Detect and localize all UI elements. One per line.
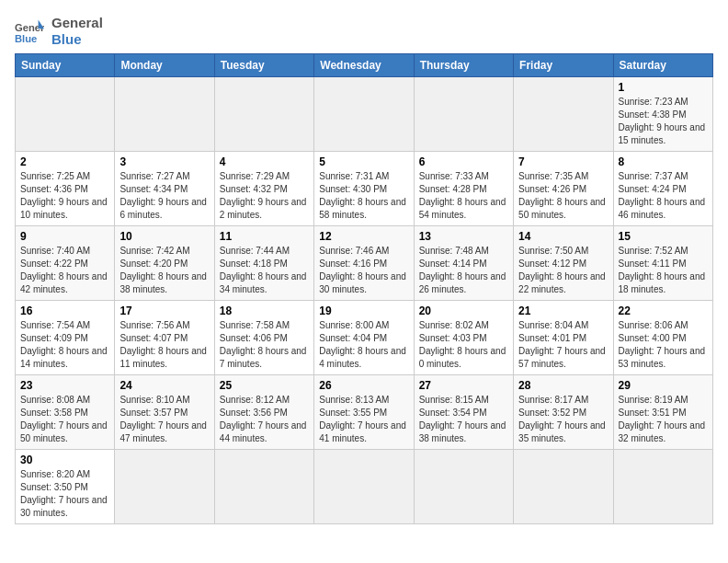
day-info: Sunrise: 8:17 AM Sunset: 3:52 PM Dayligh… xyxy=(518,394,608,445)
calendar-week-row: 16Sunrise: 7:54 AM Sunset: 4:09 PM Dayli… xyxy=(16,301,713,375)
calendar-cell: 27Sunrise: 8:15 AM Sunset: 3:54 PM Dayli… xyxy=(414,375,513,450)
day-info: Sunrise: 7:52 AM Sunset: 4:11 PM Dayligh… xyxy=(619,245,708,296)
calendar-cell xyxy=(214,450,313,524)
day-number: 7 xyxy=(518,155,608,168)
day-info: Sunrise: 7:50 AM Sunset: 4:12 PM Dayligh… xyxy=(518,245,608,296)
calendar-cell xyxy=(214,77,313,152)
day-number: 20 xyxy=(419,304,508,317)
day-info: Sunrise: 7:31 AM Sunset: 4:30 PM Dayligh… xyxy=(319,170,408,222)
calendar-week-row: 30Sunrise: 8:20 AM Sunset: 3:50 PM Dayli… xyxy=(16,450,713,524)
day-info: Sunrise: 8:08 AM Sunset: 3:58 PM Dayligh… xyxy=(20,394,109,445)
weekday-header-tuesday: Tuesday xyxy=(214,54,313,77)
weekday-header-sunday: Sunday xyxy=(16,54,115,77)
logo-icon: General Blue xyxy=(15,18,44,44)
logo: General Blue General Blue xyxy=(15,15,103,48)
day-number: 10 xyxy=(119,230,209,243)
day-number: 27 xyxy=(419,379,508,392)
calendar-cell: 16Sunrise: 7:54 AM Sunset: 4:09 PM Dayli… xyxy=(16,301,115,375)
calendar-cell xyxy=(414,77,513,152)
calendar-cell: 10Sunrise: 7:42 AM Sunset: 4:20 PM Dayli… xyxy=(115,226,214,301)
calendar-cell: 21Sunrise: 8:04 AM Sunset: 4:01 PM Dayli… xyxy=(514,301,613,375)
calendar-cell: 30Sunrise: 8:20 AM Sunset: 3:50 PM Dayli… xyxy=(16,450,115,524)
day-number: 9 xyxy=(20,230,109,243)
calendar-cell: 4Sunrise: 7:29 AM Sunset: 4:32 PM Daylig… xyxy=(214,152,313,226)
day-number: 13 xyxy=(419,230,508,243)
calendar-cell: 28Sunrise: 8:17 AM Sunset: 3:52 PM Dayli… xyxy=(514,375,613,450)
calendar-cell: 12Sunrise: 7:46 AM Sunset: 4:16 PM Dayli… xyxy=(314,226,414,301)
day-info: Sunrise: 7:29 AM Sunset: 4:32 PM Dayligh… xyxy=(220,170,309,222)
calendar-cell: 23Sunrise: 8:08 AM Sunset: 3:58 PM Dayli… xyxy=(16,375,115,450)
calendar-cell xyxy=(314,77,414,152)
calendar-cell: 14Sunrise: 7:50 AM Sunset: 4:12 PM Dayli… xyxy=(514,226,613,301)
calendar-cell xyxy=(115,450,214,524)
calendar-cell xyxy=(514,77,613,152)
calendar-cell: 1Sunrise: 7:23 AM Sunset: 4:38 PM Daylig… xyxy=(613,77,712,152)
day-number: 4 xyxy=(220,155,309,168)
calendar-cell: 15Sunrise: 7:52 AM Sunset: 4:11 PM Dayli… xyxy=(613,226,712,301)
day-number: 2 xyxy=(20,155,109,168)
day-number: 25 xyxy=(220,379,309,392)
day-info: Sunrise: 7:46 AM Sunset: 4:16 PM Dayligh… xyxy=(319,245,408,296)
day-info: Sunrise: 8:00 AM Sunset: 4:04 PM Dayligh… xyxy=(319,319,408,371)
calendar-cell: 24Sunrise: 8:10 AM Sunset: 3:57 PM Dayli… xyxy=(115,375,214,450)
day-number: 11 xyxy=(220,230,309,243)
day-number: 1 xyxy=(619,81,708,94)
day-number: 29 xyxy=(619,379,708,392)
calendar-cell: 11Sunrise: 7:44 AM Sunset: 4:18 PM Dayli… xyxy=(214,226,313,301)
day-info: Sunrise: 7:37 AM Sunset: 4:24 PM Dayligh… xyxy=(619,170,708,222)
weekday-header-monday: Monday xyxy=(115,54,214,77)
calendar-cell xyxy=(613,450,712,524)
day-info: Sunrise: 8:02 AM Sunset: 4:03 PM Dayligh… xyxy=(419,319,508,371)
day-info: Sunrise: 7:25 AM Sunset: 4:36 PM Dayligh… xyxy=(20,170,109,222)
calendar-header-row: SundayMondayTuesdayWednesdayThursdayFrid… xyxy=(16,54,713,77)
day-number: 30 xyxy=(20,454,109,466)
calendar-cell: 3Sunrise: 7:27 AM Sunset: 4:34 PM Daylig… xyxy=(115,152,214,226)
day-info: Sunrise: 7:23 AM Sunset: 4:38 PM Dayligh… xyxy=(619,96,708,147)
calendar-cell: 19Sunrise: 8:00 AM Sunset: 4:04 PM Dayli… xyxy=(314,301,414,375)
day-info: Sunrise: 7:44 AM Sunset: 4:18 PM Dayligh… xyxy=(220,245,309,296)
calendar-cell: 8Sunrise: 7:37 AM Sunset: 4:24 PM Daylig… xyxy=(613,152,712,226)
day-info: Sunrise: 7:58 AM Sunset: 4:06 PM Dayligh… xyxy=(220,319,309,371)
calendar-week-row: 1Sunrise: 7:23 AM Sunset: 4:38 PM Daylig… xyxy=(16,77,713,152)
calendar-cell xyxy=(414,450,513,524)
calendar-cell: 7Sunrise: 7:35 AM Sunset: 4:26 PM Daylig… xyxy=(514,152,613,226)
day-number: 14 xyxy=(518,230,608,243)
day-info: Sunrise: 8:13 AM Sunset: 3:55 PM Dayligh… xyxy=(319,394,408,445)
day-number: 18 xyxy=(220,304,309,317)
day-info: Sunrise: 8:10 AM Sunset: 3:57 PM Dayligh… xyxy=(119,394,209,445)
weekday-header-wednesday: Wednesday xyxy=(314,54,414,77)
day-number: 15 xyxy=(619,230,708,243)
weekday-header-friday: Friday xyxy=(514,54,613,77)
day-info: Sunrise: 7:54 AM Sunset: 4:09 PM Dayligh… xyxy=(20,319,109,371)
calendar-week-row: 23Sunrise: 8:08 AM Sunset: 3:58 PM Dayli… xyxy=(16,375,713,450)
day-number: 19 xyxy=(319,304,408,317)
page-header: General Blue General Blue xyxy=(15,15,713,48)
day-info: Sunrise: 7:56 AM Sunset: 4:07 PM Dayligh… xyxy=(119,319,209,371)
calendar-cell: 26Sunrise: 8:13 AM Sunset: 3:55 PM Dayli… xyxy=(314,375,414,450)
weekday-header-thursday: Thursday xyxy=(414,54,513,77)
weekday-header-saturday: Saturday xyxy=(613,54,712,77)
day-info: Sunrise: 8:15 AM Sunset: 3:54 PM Dayligh… xyxy=(419,394,508,445)
day-number: 3 xyxy=(119,155,209,168)
calendar-cell: 2Sunrise: 7:25 AM Sunset: 4:36 PM Daylig… xyxy=(16,152,115,226)
calendar-cell: 13Sunrise: 7:48 AM Sunset: 4:14 PM Dayli… xyxy=(414,226,513,301)
day-info: Sunrise: 8:06 AM Sunset: 4:00 PM Dayligh… xyxy=(619,319,708,371)
calendar-cell: 9Sunrise: 7:40 AM Sunset: 4:22 PM Daylig… xyxy=(16,226,115,301)
calendar-cell: 20Sunrise: 8:02 AM Sunset: 4:03 PM Dayli… xyxy=(414,301,513,375)
day-info: Sunrise: 8:04 AM Sunset: 4:01 PM Dayligh… xyxy=(518,319,608,371)
day-info: Sunrise: 7:33 AM Sunset: 4:28 PM Dayligh… xyxy=(419,170,508,222)
day-number: 22 xyxy=(619,304,708,317)
calendar-cell: 6Sunrise: 7:33 AM Sunset: 4:28 PM Daylig… xyxy=(414,152,513,226)
calendar-week-row: 2Sunrise: 7:25 AM Sunset: 4:36 PM Daylig… xyxy=(16,152,713,226)
calendar-table: SundayMondayTuesdayWednesdayThursdayFrid… xyxy=(15,53,713,524)
day-info: Sunrise: 7:35 AM Sunset: 4:26 PM Dayligh… xyxy=(518,170,608,222)
calendar-cell xyxy=(314,450,414,524)
calendar-cell xyxy=(16,77,115,152)
calendar-cell: 5Sunrise: 7:31 AM Sunset: 4:30 PM Daylig… xyxy=(314,152,414,226)
day-info: Sunrise: 8:20 AM Sunset: 3:50 PM Dayligh… xyxy=(20,468,109,520)
calendar-cell: 17Sunrise: 7:56 AM Sunset: 4:07 PM Dayli… xyxy=(115,301,214,375)
day-number: 5 xyxy=(319,155,408,168)
calendar-cell: 18Sunrise: 7:58 AM Sunset: 4:06 PM Dayli… xyxy=(214,301,313,375)
day-number: 6 xyxy=(419,155,508,168)
day-info: Sunrise: 8:12 AM Sunset: 3:56 PM Dayligh… xyxy=(220,394,309,445)
